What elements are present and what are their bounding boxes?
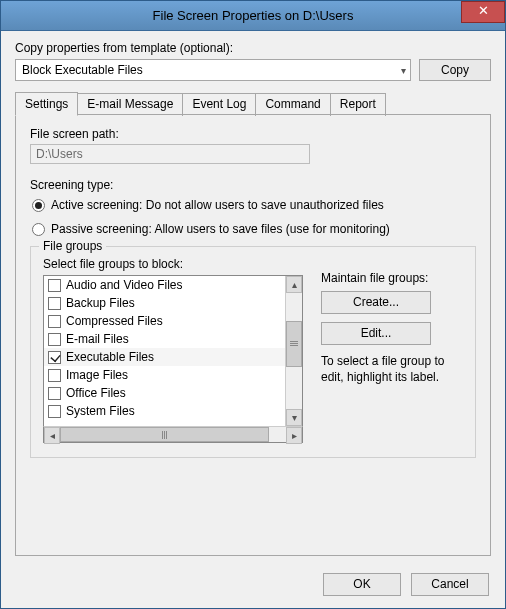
ok-button[interactable]: OK	[323, 573, 401, 596]
cancel-button[interactable]: Cancel	[411, 573, 489, 596]
scroll-right-icon[interactable]: ▸	[286, 427, 302, 444]
checkbox-icon[interactable]	[48, 387, 61, 400]
file-groups-items: Audio and Video Files Backup Files Compr…	[44, 276, 285, 426]
template-selected-value: Block Executable Files	[22, 63, 143, 77]
tab-bar: Settings E-mail Message Event Log Comman…	[15, 91, 491, 114]
file-groups-legend: File groups	[39, 239, 106, 253]
copy-button[interactable]: Copy	[419, 59, 491, 81]
active-screening-label: Active screening: Do not allow users to …	[51, 198, 384, 212]
checkbox-icon[interactable]	[48, 351, 61, 364]
scroll-left-icon[interactable]: ◂	[44, 427, 60, 444]
checkbox-icon[interactable]	[48, 315, 61, 328]
file-groups-group: File groups Select file groups to block:…	[30, 246, 476, 458]
scroll-up-icon[interactable]: ▴	[286, 276, 302, 293]
template-label: Copy properties from template (optional)…	[15, 41, 491, 55]
template-dropdown[interactable]: Block Executable Files ▾	[15, 59, 411, 81]
path-input: D:\Users	[30, 144, 310, 164]
edit-hint: To select a file group to edit, highligh…	[321, 353, 463, 385]
create-button[interactable]: Create...	[321, 291, 431, 314]
checkbox-icon[interactable]	[48, 279, 61, 292]
radio-icon	[32, 199, 45, 212]
tab-settings[interactable]: Settings	[15, 92, 78, 116]
tab-report[interactable]: Report	[330, 93, 386, 116]
dialog-window: File Screen Properties on D:\Users ✕ Cop…	[0, 0, 506, 609]
maintain-label: Maintain file groups:	[321, 271, 463, 285]
checkbox-icon[interactable]	[48, 405, 61, 418]
scroll-thumb[interactable]	[286, 321, 302, 367]
dialog-footer: OK Cancel	[323, 573, 489, 596]
checkbox-icon[interactable]	[48, 297, 61, 310]
list-item[interactable]: Image Files	[44, 366, 285, 384]
chevron-down-icon: ▾	[401, 65, 406, 76]
list-item[interactable]: Backup Files	[44, 294, 285, 312]
list-item[interactable]: Office Files	[44, 384, 285, 402]
tab-email[interactable]: E-mail Message	[77, 93, 183, 116]
passive-screening-option[interactable]: Passive screening: Allow users to save f…	[32, 222, 476, 236]
tab-command[interactable]: Command	[255, 93, 330, 116]
active-screening-option[interactable]: Active screening: Do not allow users to …	[32, 198, 476, 212]
tab-panel-settings: File screen path: D:\Users Screening typ…	[15, 114, 491, 556]
dialog-body: Copy properties from template (optional)…	[1, 31, 505, 566]
horizontal-scrollbar[interactable]: ◂ ▸	[43, 426, 303, 443]
scroll-thumb[interactable]	[60, 427, 269, 442]
checkbox-icon[interactable]	[48, 333, 61, 346]
passive-screening-label: Passive screening: Allow users to save f…	[51, 222, 390, 236]
list-item[interactable]: E-mail Files	[44, 330, 285, 348]
scroll-down-icon[interactable]: ▾	[286, 409, 302, 426]
tab-eventlog[interactable]: Event Log	[182, 93, 256, 116]
close-button[interactable]: ✕	[461, 1, 505, 23]
checkbox-icon[interactable]	[48, 369, 61, 382]
vertical-scrollbar[interactable]: ▴ ▾	[285, 276, 302, 426]
close-icon: ✕	[478, 3, 489, 18]
file-groups-listbox[interactable]: Audio and Video Files Backup Files Compr…	[43, 275, 303, 427]
select-groups-label: Select file groups to block:	[43, 257, 303, 271]
titlebar: File Screen Properties on D:\Users ✕	[1, 1, 505, 31]
list-item[interactable]: Audio and Video Files	[44, 276, 285, 294]
scroll-track[interactable]	[286, 293, 302, 409]
list-item[interactable]: Executable Files	[44, 348, 285, 366]
path-label: File screen path:	[30, 127, 476, 141]
window-title: File Screen Properties on D:\Users	[153, 8, 354, 23]
edit-button[interactable]: Edit...	[321, 322, 431, 345]
radio-icon	[32, 223, 45, 236]
scroll-track[interactable]	[60, 427, 286, 442]
screening-type-label: Screening type:	[30, 178, 476, 192]
list-item[interactable]: Compressed Files	[44, 312, 285, 330]
list-item[interactable]: System Files	[44, 402, 285, 420]
